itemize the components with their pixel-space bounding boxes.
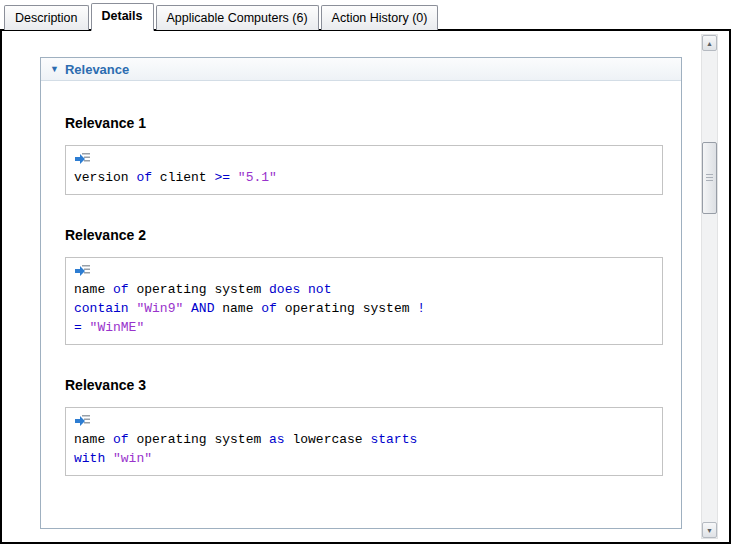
relevance-section-header[interactable]: ▼ Relevance [41,58,681,81]
tab-description[interactable]: Description [4,5,89,30]
tab-action-history-0[interactable]: Action History (0) [321,5,439,30]
scrollbar-thumb[interactable] [702,142,717,214]
relevance-expression-icon [74,413,654,429]
tab-bar: DescriptionDetailsApplicable Computers (… [0,0,731,29]
scroll-up-button[interactable]: ▲ [702,35,717,51]
scrollbar-grip-icon [706,174,713,182]
relevance-code-line: = "WinME" [74,318,654,337]
scroll-down-button[interactable]: ▼ [702,522,717,538]
relevance-panel: ▼ Relevance Relevance 1version of client… [40,57,682,529]
relevance-code-box: name of operating system does notcontain… [65,257,663,345]
collapse-triangle-icon: ▼ [50,65,59,74]
relevance-section-body: Relevance 1version of client >= "5.1"Rel… [41,115,681,476]
relevance-code-line: name of operating system does not [74,280,654,299]
vertical-scrollbar[interactable]: ▲ ▼ [701,34,718,539]
relevance-expression-icon [74,151,654,167]
relevance-code-box: version of client >= "5.1" [65,145,663,195]
tab-applicable-computers-6[interactable]: Applicable Computers (6) [156,5,319,30]
relevance-heading: Relevance 2 [65,227,663,243]
relevance-expression-icon [74,263,654,279]
relevance-code-line: with "win" [74,449,654,468]
tab-details[interactable]: Details [91,3,154,31]
content-outer: ▼ Relevance Relevance 1version of client… [0,29,731,544]
relevance-code-line: version of client >= "5.1" [74,168,654,187]
relevance-code-line: contain "Win9" AND name of operating sys… [74,299,654,318]
relevance-code-line: name of operating system as lowercase st… [74,430,654,449]
relevance-code-box: name of operating system as lowercase st… [65,407,663,476]
relevance-section-title: Relevance [65,62,129,77]
relevance-heading: Relevance 3 [65,377,663,393]
scrollbar-track[interactable] [702,52,717,521]
relevance-heading: Relevance 1 [65,115,663,131]
